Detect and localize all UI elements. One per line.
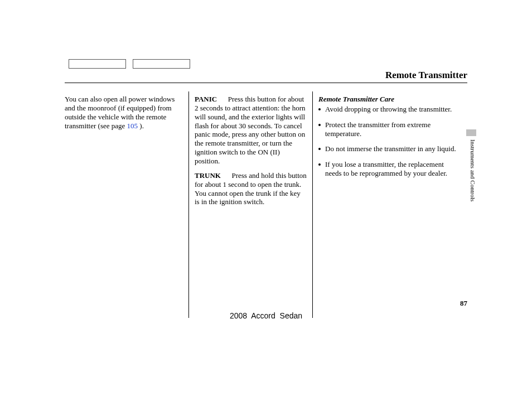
care-bullet-list: Avoid dropping or throwing the transmitt… (318, 105, 462, 178)
page-ref-link[interactable]: 105 (127, 122, 138, 130)
column-1: You can also open all power windows and … (65, 91, 188, 318)
col1-text-a: You can also open all power windows and … (65, 95, 175, 130)
care-bullet: If you lose a transmitter, the replaceme… (318, 160, 462, 178)
care-bullet-text: Avoid dropping or throwing the transmitt… (325, 105, 452, 113)
panic-paragraph: PANIC — Press this button for about 2 se… (195, 95, 307, 166)
page-title: Remote Transmitter (385, 70, 467, 81)
header-placeholder-boxes (69, 59, 190, 69)
column-2: PANIC — Press this button for about 2 se… (188, 91, 312, 318)
header-box-2 (133, 59, 190, 69)
content-columns: You can also open all power windows and … (65, 91, 467, 318)
care-bullet: Do not immerse the transmitter in any li… (318, 144, 462, 153)
care-bullet: Avoid dropping or throwing the transmitt… (318, 105, 462, 114)
section-side-label: Instruments and Controls (470, 139, 476, 201)
page-number: 87 (460, 299, 467, 308)
side-tab-marker (466, 129, 476, 136)
col1-text-b: ). (138, 122, 144, 130)
care-heading: Remote Transmitter Care (318, 95, 462, 104)
trunk-label: TRUNK (195, 171, 221, 180)
manual-page: Remote Transmitter You can also open all… (0, 0, 532, 396)
footer-model-line: 2008 Accord Sedan (0, 311, 532, 320)
title-rule (65, 83, 467, 83)
panic-label: PANIC (195, 95, 217, 103)
col1-paragraph: You can also open all power windows and … (65, 95, 183, 130)
care-bullet-text: Do not immerse the transmitter in any li… (325, 144, 456, 153)
care-bullet-text: If you lose a transmitter, the replaceme… (325, 160, 447, 177)
panic-text: Press this button for about 2 seconds to… (195, 95, 306, 165)
trunk-paragraph: TRUNK — Press and hold this button for a… (195, 171, 307, 206)
care-bullet: Protect the transmitter from extreme tem… (318, 120, 462, 138)
column-3: Remote Transmitter Care Avoid dropping o… (312, 91, 467, 318)
header-box-1 (69, 59, 126, 69)
care-bullet-text: Protect the transmitter from extreme tem… (325, 120, 431, 138)
